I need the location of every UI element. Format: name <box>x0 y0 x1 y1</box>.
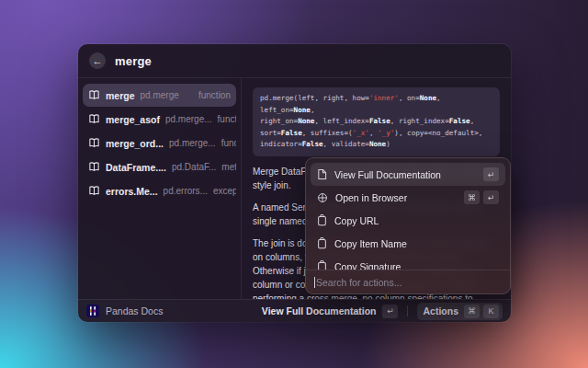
back-arrow-icon: ← <box>93 55 103 66</box>
list-item-merge-asof[interactable]: merge_asof pd.merge... functi... <box>83 108 236 131</box>
menu-item-label: Copy Item Name <box>334 238 407 249</box>
book-icon <box>88 137 100 149</box>
actions-search-placeholder: Search for actions... <box>316 277 401 288</box>
clipboard-icon <box>317 260 327 270</box>
item-subtitle: pd.merge <box>141 90 179 100</box>
book-icon <box>88 161 100 173</box>
item-title: merge_asof <box>106 114 160 125</box>
list-item-dataframe-merge[interactable]: DataFrame.... pd.DataF... meth... <box>83 155 236 178</box>
item-tag: meth... <box>221 162 236 172</box>
item-title: merge <box>106 90 135 101</box>
book-icon <box>88 113 100 125</box>
actions-button[interactable]: Actions ⌘ K <box>417 303 503 320</box>
actions-menu: View Full Documentation ↵ Open in Browse… <box>305 157 511 294</box>
menu-item-view-full-documentation[interactable]: View Full Documentation ↵ <box>311 163 505 186</box>
actions-menu-list: View Full Documentation ↵ Open in Browse… <box>306 158 510 270</box>
book-icon <box>88 185 100 197</box>
menu-item-label: Copy Signature <box>334 261 401 270</box>
list-item-merge-ordered[interactable]: merge_ord... pd.merge... functi... <box>83 132 236 155</box>
item-title: merge_ord... <box>106 138 164 149</box>
item-title: errors.Me... <box>106 186 158 197</box>
menu-item-copy-signature[interactable]: Copy Signature <box>311 255 505 270</box>
document-icon <box>317 168 327 180</box>
item-tag: function <box>198 90 231 100</box>
item-tag: functi... <box>221 138 236 148</box>
cmd-keycap: ⌘ <box>464 190 480 204</box>
pandas-docs-icon <box>86 305 99 317</box>
footer-bar: Pandas Docs View Full Documentation ↵ Ac… <box>78 299 511 322</box>
search-header: ← merge <box>78 44 511 78</box>
item-tag: functi... <box>218 114 236 124</box>
results-list: merge pd.merge function merge_asof pd.me… <box>78 78 242 299</box>
actions-label: Actions <box>423 305 458 316</box>
search-input[interactable]: merge <box>115 54 152 68</box>
item-tag: excepti... <box>213 186 236 196</box>
menu-item-label: Open in Browser <box>335 192 407 203</box>
back-button[interactable]: ← <box>89 52 106 69</box>
book-icon <box>88 89 100 101</box>
cmd-keycap: ⌘ <box>464 305 480 318</box>
raycast-window: ← merge merge pd.merge function merge_as… <box>78 44 511 322</box>
item-subtitle: pd.merge... <box>169 138 216 148</box>
app-name: Pandas Docs <box>106 305 163 316</box>
item-subtitle: pd.DataF... <box>172 162 216 172</box>
item-subtitle: pd.errors... <box>164 186 208 196</box>
clipboard-icon <box>317 237 327 249</box>
menu-item-copy-url[interactable]: Copy URL <box>311 209 505 232</box>
actions-search-input[interactable]: Search for actions... <box>306 270 510 293</box>
globe-icon <box>317 192 328 203</box>
enter-keycap: ↵ <box>483 167 499 181</box>
clipboard-icon <box>317 214 327 226</box>
enter-keycap: ↵ <box>483 190 499 204</box>
footer-divider <box>407 305 408 316</box>
primary-action-label[interactable]: View Full Documentation <box>262 305 377 316</box>
list-item-errors-merge[interactable]: errors.Me... pd.errors... excepti... <box>83 179 236 202</box>
menu-item-copy-item-name[interactable]: Copy Item Name <box>311 232 505 255</box>
code-block: pd.merge(left, right, how='inner', on=No… <box>253 87 500 156</box>
k-keycap: K <box>483 305 499 318</box>
menu-item-label: Copy URL <box>334 215 379 226</box>
item-title: DataFrame.... <box>106 162 166 173</box>
item-subtitle: pd.merge... <box>165 114 212 124</box>
enter-keycap: ↵ <box>382 305 398 318</box>
menu-item-open-in-browser[interactable]: Open in Browser ⌘↵ <box>311 186 505 209</box>
text-cursor <box>314 277 315 288</box>
list-item-merge[interactable]: merge pd.merge function <box>83 84 236 107</box>
menu-item-label: View Full Documentation <box>334 169 441 180</box>
